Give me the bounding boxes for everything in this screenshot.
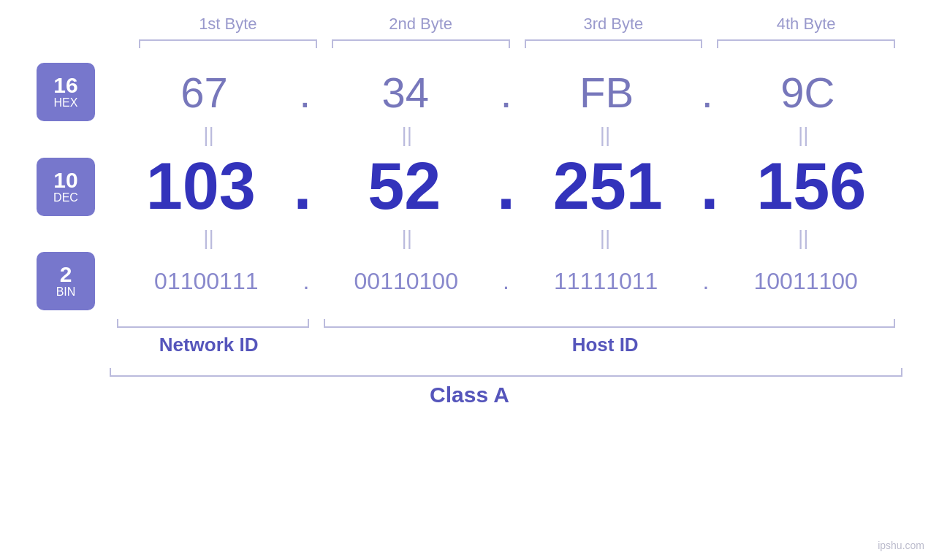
bracket-1	[139, 39, 317, 48]
top-bracket-row	[37, 39, 902, 48]
dec-dot1: .	[292, 149, 313, 224]
hex-dot1: .	[299, 68, 311, 117]
dec-byte4: 156	[721, 149, 902, 224]
dec-byte2: 52	[313, 149, 495, 224]
dec-badge-number: 10	[53, 169, 77, 191]
bin-byte1: 01100111	[110, 268, 303, 295]
dec-values: 103 . 52 . 251 . 156	[110, 149, 902, 224]
hex-badge: 16 HEX	[37, 63, 95, 121]
bottom-brackets	[37, 319, 902, 328]
bracket-2	[332, 39, 510, 48]
bin-badge-number: 2	[60, 264, 72, 285]
bracket-4	[717, 39, 895, 48]
class-bracket-row	[37, 368, 902, 377]
bin-dot2: .	[503, 268, 509, 295]
equals-row-2: || || || ||	[37, 228, 902, 248]
byte1-header: 1st Byte	[132, 15, 324, 34]
labels-row: Network ID Host ID	[37, 334, 902, 356]
network-id-label: Network ID	[110, 334, 308, 356]
bin-dot3: .	[703, 268, 710, 295]
host-id-label: Host ID	[308, 334, 902, 356]
byte-headers: 1st Byte 2nd Byte 3rd Byte 4th Byte	[37, 15, 902, 34]
bin-byte4: 10011100	[709, 268, 902, 295]
hex-row: 16 HEX 67 . 34 . FB . 9C	[37, 63, 902, 121]
eq-signs-1: || || || ||	[110, 125, 902, 145]
hex-badge-label: HEX	[54, 96, 78, 110]
equals-row-1: || || || ||	[37, 125, 902, 145]
dec-byte1: 103	[110, 149, 292, 224]
class-label-row: Class A	[37, 383, 902, 407]
hex-dot3: .	[702, 68, 713, 117]
class-bracket	[110, 368, 902, 377]
byte3-header: 3rd Byte	[517, 15, 710, 34]
dec-dot3: .	[699, 149, 720, 224]
bin-badge: 2 BIN	[37, 252, 95, 310]
dec-badge-label: DEC	[53, 191, 78, 204]
host-bracket	[324, 319, 895, 328]
dec-byte3: 251	[517, 149, 699, 224]
bin-row: 2 BIN 01100111 . 00110100 . 11111011 . 1…	[37, 252, 902, 310]
bracket-3	[525, 39, 703, 48]
hex-badge-number: 16	[53, 74, 77, 96]
bin-byte2: 00110100	[309, 268, 503, 295]
watermark: ipshu.com	[878, 540, 924, 551]
class-label: Class A	[430, 383, 509, 407]
dec-badge: 10 DEC	[37, 158, 95, 216]
bin-badge-label: BIN	[56, 285, 76, 299]
hex-byte1: 67	[110, 68, 299, 117]
bin-dot1: .	[303, 268, 310, 295]
hex-byte4: 9C	[713, 68, 902, 117]
bin-byte3: 11111011	[509, 268, 703, 295]
eq-signs-2: || || || ||	[110, 228, 902, 248]
byte4-header: 4th Byte	[710, 15, 902, 34]
hex-dot2: .	[500, 68, 512, 117]
byte2-header: 2nd Byte	[324, 15, 517, 34]
bin-values: 01100111 . 00110100 . 11111011 . 1001110…	[110, 268, 902, 295]
hex-byte3: FB	[512, 68, 702, 117]
dec-row: 10 DEC 103 . 52 . 251 . 156	[37, 149, 902, 224]
hex-values: 67 . 34 . FB . 9C	[110, 68, 902, 117]
dec-dot2: .	[495, 149, 517, 224]
network-bracket	[117, 319, 309, 328]
hex-byte2: 34	[311, 68, 500, 117]
